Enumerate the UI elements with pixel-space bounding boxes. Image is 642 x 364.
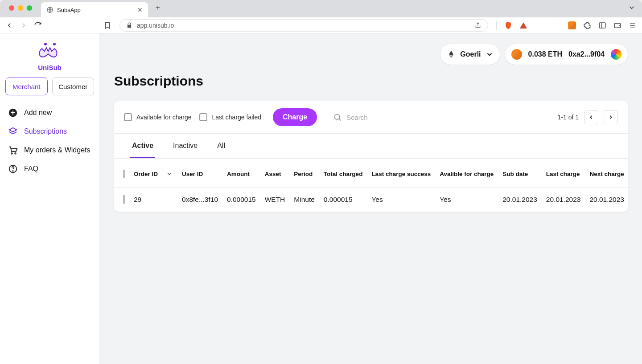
- svg-point-13: [12, 171, 13, 171]
- brand: UniSub: [4, 41, 95, 71]
- filter-available-for-charge[interactable]: Available for charge: [124, 113, 191, 121]
- sidebar-toggle-icon[interactable]: [598, 21, 606, 29]
- question-circle-icon: [8, 164, 18, 174]
- subscriptions-table: Order ID User ID Amount Asset Period Tot…: [114, 159, 634, 212]
- th-period[interactable]: Period: [289, 159, 319, 188]
- filter-label: Last charge failed: [212, 114, 261, 121]
- svg-point-14: [334, 114, 340, 119]
- svg-point-10: [11, 153, 12, 154]
- logo-icon: [37, 41, 63, 61]
- svg-line-15: [339, 119, 341, 120]
- th-last-charge[interactable]: Last charge: [542, 159, 585, 188]
- row-checkbox[interactable]: [123, 195, 125, 204]
- browser-tab[interactable]: SubsApp ✕: [41, 2, 148, 17]
- wallet-balance: 0.038 ETH: [528, 50, 562, 58]
- address-bar[interactable]: app.unisub.io: [119, 19, 488, 32]
- th-amount[interactable]: Amount: [222, 159, 260, 188]
- pagination-next-button[interactable]: [604, 110, 618, 124]
- th-user-id[interactable]: User ID: [177, 159, 222, 188]
- sidebar-item-label: Add new: [24, 109, 52, 117]
- close-tab-icon[interactable]: ✕: [137, 7, 143, 13]
- sidebar: UniSub Merchant Customer Add new Subscri…: [0, 33, 100, 364]
- svg-point-8: [54, 43, 55, 45]
- pagination-text: 1-1 of 1: [558, 114, 579, 121]
- ethereum-icon: [447, 50, 456, 59]
- metamask-extension-icon[interactable]: [568, 21, 576, 29]
- brand-name: UniSub: [38, 64, 62, 71]
- svg-rect-1: [599, 23, 605, 28]
- role-customer-button[interactable]: Customer: [52, 78, 95, 95]
- checkbox-icon[interactable]: [124, 113, 132, 121]
- back-button[interactable]: [5, 21, 13, 29]
- forward-button: [20, 21, 28, 29]
- charge-button[interactable]: Charge: [273, 108, 317, 126]
- select-all-checkbox[interactable]: [123, 170, 125, 178]
- sidebar-item-orders[interactable]: My orders & Widgets: [4, 141, 95, 160]
- cell-next-charge: 20.01.2023: [585, 188, 634, 212]
- layers-icon: [8, 127, 18, 136]
- avatar-icon: [611, 49, 621, 60]
- checkbox-icon[interactable]: [199, 113, 207, 121]
- bookmark-icon[interactable]: [103, 21, 111, 29]
- sidebar-item-subscriptions[interactable]: Subscriptions: [4, 122, 95, 141]
- chevron-down-icon[interactable]: [166, 170, 173, 177]
- share-icon[interactable]: [474, 22, 482, 29]
- sidebar-item-label: FAQ: [24, 165, 38, 173]
- search-icon: [333, 113, 342, 122]
- cell-order-id: 29: [129, 188, 177, 212]
- th-asset[interactable]: Asset: [260, 159, 290, 188]
- menu-icon[interactable]: [629, 21, 637, 29]
- close-window-icon[interactable]: [9, 5, 14, 11]
- th-available-for-charge[interactable]: Avalible for charge: [435, 159, 498, 188]
- th-next-charge[interactable]: Next charge: [585, 159, 634, 188]
- tab-title: SubsApp: [57, 7, 81, 13]
- network-selector[interactable]: Goerli: [440, 44, 499, 65]
- extensions-icon[interactable]: [583, 21, 591, 29]
- cell-last-charge: 20.01.2023: [542, 188, 585, 212]
- tab-all[interactable]: All: [215, 134, 227, 158]
- globe-icon: [46, 6, 54, 13]
- tab-inactive[interactable]: Inactive: [171, 134, 199, 158]
- table-row[interactable]: 29 0x8fe...3f10 0.000015 WETH Minute 0.0…: [114, 188, 634, 212]
- wallet-address: 0xa2...9f04: [568, 50, 605, 58]
- pagination-prev-button[interactable]: [584, 110, 598, 124]
- cell-sub-date: 20.01.2023: [498, 188, 542, 212]
- cart-icon: [8, 145, 18, 155]
- url-text: app.unisub.io: [137, 22, 174, 29]
- brave-shield-icon[interactable]: [504, 21, 513, 30]
- lock-icon: [126, 22, 132, 29]
- cell-amount: 0.000015: [222, 188, 260, 212]
- sidebar-item-label: My orders & Widgets: [24, 146, 90, 154]
- browser-toolbar: app.unisub.io: [0, 17, 642, 33]
- minimize-window-icon[interactable]: [18, 5, 23, 11]
- th-last-charge-success[interactable]: Last charge success: [367, 159, 435, 188]
- cell-total-charged: 0.000015: [319, 188, 367, 212]
- th-order-id[interactable]: Order ID: [134, 171, 158, 177]
- th-sub-date[interactable]: Sub date: [498, 159, 542, 188]
- maximize-window-icon[interactable]: [27, 5, 32, 11]
- filter-last-charge-failed[interactable]: Last charge failed: [199, 113, 261, 121]
- subscriptions-card: Available for charge Last charge failed …: [114, 101, 628, 212]
- brave-rewards-icon[interactable]: [520, 22, 527, 29]
- search-field[interactable]: [333, 113, 418, 122]
- sidebar-item-faq[interactable]: FAQ: [4, 160, 95, 178]
- tab-active[interactable]: Active: [130, 134, 155, 158]
- role-merchant-button[interactable]: Merchant: [5, 78, 48, 95]
- search-input[interactable]: [346, 114, 418, 121]
- th-total-charged[interactable]: Total charged: [319, 159, 367, 188]
- page-title: Subscriptions: [114, 74, 628, 89]
- browser-tab-bar: SubsApp ✕ ＋: [0, 0, 642, 17]
- cell-period: Minute: [289, 188, 319, 212]
- metamask-icon: [511, 49, 522, 60]
- new-tab-button[interactable]: ＋: [154, 3, 161, 12]
- svg-point-7: [45, 43, 46, 45]
- plus-circle-icon: [8, 108, 18, 118]
- cell-last-charge-success: Yes: [367, 188, 435, 212]
- cell-available-for-charge: Yes: [435, 188, 498, 212]
- network-name: Goerli: [460, 50, 481, 58]
- wallet-button[interactable]: 0.038 ETH 0xa2...9f04: [505, 44, 628, 65]
- reload-button[interactable]: [34, 21, 42, 29]
- chrome-dropdown-icon[interactable]: [628, 4, 642, 14]
- sidebar-item-add-new[interactable]: Add new: [4, 103, 95, 122]
- wallet-icon[interactable]: [613, 21, 621, 29]
